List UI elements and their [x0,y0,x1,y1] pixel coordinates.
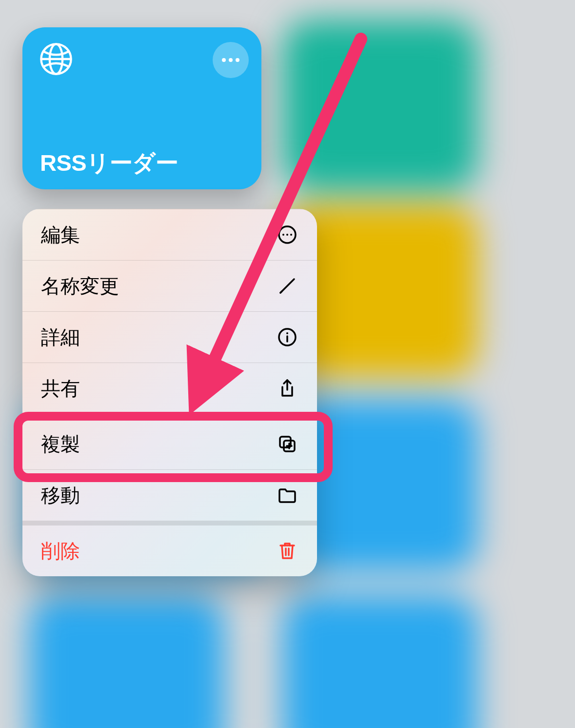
menu-item-label: 複製 [41,431,276,458]
svg-point-4 [229,58,233,62]
menu-item-share[interactable]: 共有 [22,363,317,414]
shortcut-card[interactable]: RSSリーダー [22,27,261,189]
context-menu: 編集 名称変更 詳細 共有 複製 移動 削除 [22,209,317,576]
menu-item-label: 編集 [41,222,276,248]
info-icon [276,326,298,348]
menu-item-label: 共有 [41,375,276,402]
svg-point-9 [290,234,292,236]
bg-tile [283,595,478,728]
menu-item-duplicate[interactable]: 複製 [22,414,317,469]
svg-point-5 [236,58,239,62]
share-icon [276,377,298,400]
bg-tile [283,20,478,190]
more-button[interactable] [213,42,249,78]
shortcut-title: RSSリーダー [40,148,247,179]
svg-point-3 [222,58,226,62]
menu-item-delete[interactable]: 削除 [22,521,317,576]
trash-icon [276,540,298,562]
svg-point-12 [286,332,288,334]
bg-tile [29,595,224,728]
ellipsis-circle-icon [276,223,298,246]
menu-item-move[interactable]: 移動 [22,469,317,521]
pencil-icon [276,275,298,297]
globe-icon [39,42,73,76]
menu-item-label: 削除 [41,538,276,565]
menu-item-label: 詳細 [41,324,276,351]
menu-item-label: 移動 [41,482,276,509]
svg-point-7 [282,234,284,236]
menu-item-label: 名称変更 [41,273,276,300]
menu-item-rename[interactable]: 名称変更 [22,260,317,311]
svg-point-8 [286,234,288,236]
menu-item-details[interactable]: 詳細 [22,311,317,363]
folder-icon [276,484,298,506]
duplicate-icon [276,433,298,455]
menu-item-edit[interactable]: 編集 [22,209,317,260]
